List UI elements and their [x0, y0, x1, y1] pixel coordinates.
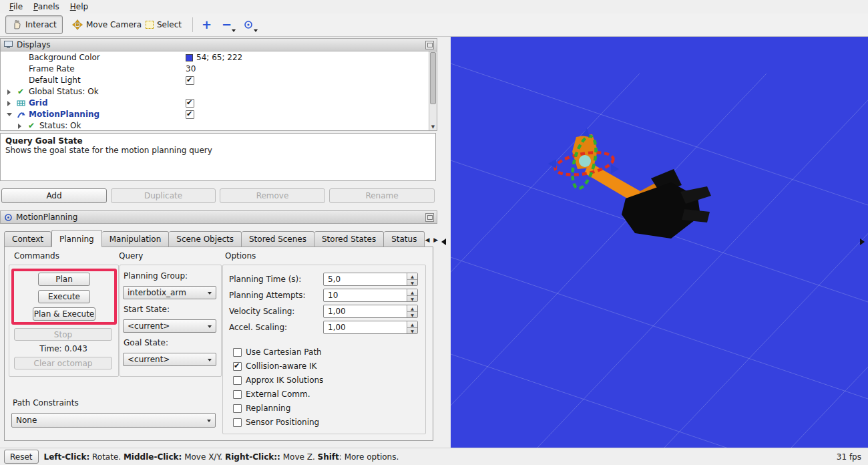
expand-arrow-icon[interactable] [7, 90, 11, 95]
spinbox-arrows[interactable]: ▲▼ [407, 273, 417, 285]
reset-button[interactable]: Reset [4, 450, 39, 464]
remove-tool-button[interactable]: − [216, 15, 237, 34]
tab-label: Context [12, 235, 43, 244]
select-tool-button[interactable]: Select [140, 15, 187, 34]
replanning-checkbox[interactable]: Replanning [233, 404, 290, 413]
focus-camera-tool-button[interactable] [238, 15, 259, 34]
external-comm-checkbox[interactable]: External Comm. [233, 390, 310, 399]
planning-group-label: Planning Group: [124, 271, 188, 281]
expand-arrow-icon[interactable] [18, 124, 21, 129]
rename-display-button[interactable]: Rename [329, 188, 435, 203]
tab-scroll-left-button[interactable]: ◀ [425, 237, 429, 243]
spin-up-icon[interactable]: ▲ [407, 305, 417, 312]
tab-scene-objects[interactable]: Scene Objects [169, 231, 242, 247]
interact-tool-button[interactable]: Interact [5, 15, 63, 34]
tree-row-mp-status[interactable]: ✔ Status: Ok [1, 120, 427, 131]
checkbox-box[interactable] [233, 418, 242, 427]
velocity-scaling-spinbox[interactable]: 1,00 ▲▼ [323, 305, 418, 318]
stop-button[interactable]: Stop [14, 328, 112, 341]
move-camera-tool-button[interactable]: Move Camera [67, 15, 147, 34]
goal-state-combobox[interactable]: <current> [123, 353, 216, 366]
spinbox-arrows[interactable]: ▲▼ [407, 305, 417, 317]
planning-attempts-spinbox[interactable]: 10 ▲▼ [323, 289, 418, 302]
collapse-left-dock-arrow[interactable] [441, 239, 446, 245]
displays-panel-titlebar[interactable]: Displays [0, 38, 437, 51]
checkbox-box[interactable] [233, 376, 242, 385]
tree-row-frame-rate[interactable]: Frame Rate 30 [1, 63, 427, 75]
tab-stored-scenes[interactable]: Stored Scenes [242, 231, 314, 247]
path-constraints-combobox[interactable]: None [11, 413, 216, 428]
tree-scrollbar[interactable]: ▼ [429, 51, 437, 131]
tree-row-default-light[interactable]: Default Light [1, 75, 427, 86]
approx-ik-solutions-checkbox[interactable]: Approx IK Solutions [233, 375, 323, 385]
3d-viewport[interactable] [451, 37, 868, 448]
menu-help[interactable]: Help [65, 1, 93, 12]
rename-button-label: Rename [365, 191, 398, 200]
menu-panels[interactable]: Panels [28, 1, 65, 12]
grid-enabled-checkbox[interactable] [186, 99, 194, 108]
display-name: Grid [29, 98, 47, 108]
checkbox-box[interactable] [233, 362, 242, 371]
plan-button-label: Plan [55, 275, 73, 284]
start-state-value: <current> [128, 321, 170, 331]
tab-stored-states[interactable]: Stored States [314, 231, 384, 247]
float-panel-button[interactable] [425, 213, 434, 222]
property-value[interactable]: 54; 65; 222 [196, 53, 242, 62]
accel-scaling-spinbox[interactable]: 1,00 ▲▼ [323, 321, 418, 334]
clear-octomap-button[interactable]: Clear octomap [14, 357, 112, 369]
plan-button[interactable]: Plan [38, 273, 90, 286]
tab-label: Planning [59, 235, 94, 244]
checkbox-box[interactable] [233, 404, 242, 413]
planning-time-spinbox[interactable]: 5,0 ▲▼ [323, 273, 418, 286]
tab-planning[interactable]: Planning [51, 230, 102, 247]
motionplanning-panel-icon [4, 213, 13, 222]
planning-group-combobox[interactable]: interbotix_arm [123, 286, 216, 299]
tree-row-motionplanning[interactable]: MotionPlanning [1, 109, 427, 120]
float-panel-button[interactable] [425, 41, 434, 49]
checkbox-box[interactable] [233, 390, 242, 399]
tree-row-global-status[interactable]: ✔ Global Status: Ok [1, 86, 427, 98]
spin-up-icon[interactable]: ▲ [407, 321, 417, 328]
tab-context[interactable]: Context [4, 231, 51, 247]
sensor-positioning-checkbox[interactable]: Sensor Positioning [233, 418, 319, 427]
tree-row-grid[interactable]: Grid [1, 98, 427, 109]
property-value[interactable]: 30 [186, 64, 196, 73]
expand-arrow-icon[interactable] [7, 101, 11, 106]
add-display-button[interactable]: Add [1, 188, 107, 203]
motionplanning-enabled-checkbox[interactable] [186, 110, 194, 119]
remove-display-button[interactable]: Remove [220, 188, 325, 203]
planning-tab-content: Commands Query Options Plan Execute Plan… [4, 247, 433, 441]
tab-manipulation[interactable]: Manipulation [102, 231, 170, 247]
checkbox-box[interactable] [233, 348, 242, 357]
use-cartesian-path-checkbox[interactable]: Use Cartesian Path [233, 347, 322, 357]
spin-up-icon[interactable]: ▲ [407, 273, 417, 280]
tab-scroll-right-button[interactable]: ▶ [433, 237, 438, 243]
tree-row-background-color[interactable]: Background Color 54; 65; 222 [1, 52, 427, 63]
spin-up-icon[interactable]: ▲ [407, 289, 417, 296]
add-tool-button[interactable]: + [196, 15, 217, 34]
duplicate-display-button[interactable]: Duplicate [111, 188, 216, 203]
motionplanning-panel-titlebar[interactable]: MotionPlanning [0, 210, 437, 224]
spinbox-arrows[interactable]: ▲▼ [407, 321, 417, 333]
collapse-arrow-icon[interactable] [7, 113, 12, 116]
collision-aware-ik-checkbox[interactable]: Collision-aware IK [233, 361, 316, 371]
path-constraints-value: None [16, 416, 37, 425]
menu-file[interactable]: File [4, 1, 28, 12]
spin-down-icon[interactable]: ▼ [407, 296, 417, 302]
tab-label: Stored States [322, 235, 376, 244]
spin-down-icon[interactable]: ▼ [407, 280, 417, 286]
default-light-checkbox[interactable] [186, 76, 194, 85]
collapse-right-dock-arrow[interactable] [860, 239, 865, 245]
property-label: Background Color [29, 53, 100, 62]
execute-button[interactable]: Execute [38, 290, 90, 303]
scrollbar-thumb[interactable] [430, 52, 436, 104]
marker-arrow [582, 128, 590, 137]
plan-and-execute-button[interactable]: Plan & Execute [33, 307, 95, 321]
scroll-down-arrow[interactable]: ▼ [429, 124, 437, 130]
dropdown-arrow-icon [232, 29, 236, 32]
spin-down-icon[interactable]: ▼ [407, 312, 417, 318]
start-state-combobox[interactable]: <current> [123, 319, 216, 333]
tab-status[interactable]: Status [384, 231, 425, 247]
spinbox-arrows[interactable]: ▲▼ [407, 289, 417, 301]
spin-down-icon[interactable]: ▼ [407, 328, 417, 334]
